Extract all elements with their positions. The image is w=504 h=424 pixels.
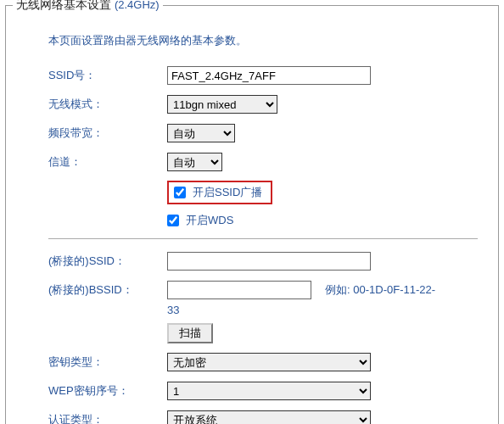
key-type-label: 密钥类型： (48, 354, 167, 370)
channel-select[interactable]: 自动 (167, 153, 222, 171)
auth-type-label: 认证类型： (48, 412, 167, 424)
section-legend: 无线网络基本设置 (2.4GHz) (13, 0, 163, 13)
example-continue: 33 (167, 304, 478, 316)
bandwidth-label: 频段带宽： (48, 126, 167, 141)
wireless-settings-group: 无线网络基本设置 (2.4GHz) 本页面设置路由器无线网络的基本参数。 SSI… (5, 5, 499, 424)
ssid-label: SSID号： (48, 68, 167, 83)
intro-text: 本页面设置路由器无线网络的基本参数。 (48, 33, 478, 48)
legend-band: (2.4GHz) (115, 0, 160, 11)
content-area: 本页面设置路由器无线网络的基本参数。 SSID号： 无线模式： 11bgn mi… (6, 13, 498, 424)
bridge-ssid-label: (桥接的)SSID： (48, 254, 167, 269)
separator (48, 238, 478, 239)
bridge-ssid-input[interactable] (167, 252, 371, 271)
ssid-broadcast-highlight: 开启SSID广播 (167, 181, 272, 204)
bridge-bssid-input[interactable] (167, 281, 311, 299)
ssid-input[interactable] (167, 66, 371, 85)
auth-type-select[interactable]: 开放系统 (167, 410, 371, 424)
example-text: 例如: 00-1D-0F-11-22- (325, 282, 435, 298)
wireless-mode-select[interactable]: 11bgn mixed (167, 95, 277, 114)
key-type-select[interactable]: 无加密 (167, 353, 371, 371)
wds-checkbox[interactable] (167, 215, 179, 226)
legend-title: 无线网络基本设置 (16, 0, 111, 11)
ssid-broadcast-checkbox[interactable] (174, 187, 186, 198)
wep-index-select[interactable]: 1 (167, 382, 371, 400)
bridge-bssid-label: (桥接的)BSSID： (48, 282, 167, 298)
ssid-broadcast-label: 开启SSID广播 (193, 185, 262, 200)
scan-button[interactable]: 扫描 (167, 323, 213, 343)
wds-label: 开启WDS (186, 213, 233, 228)
bandwidth-select[interactable]: 自动 (167, 124, 235, 142)
mode-label: 无线模式： (48, 97, 167, 112)
channel-label: 信道： (48, 154, 167, 170)
wep-index-label: WEP密钥序号： (48, 383, 167, 399)
